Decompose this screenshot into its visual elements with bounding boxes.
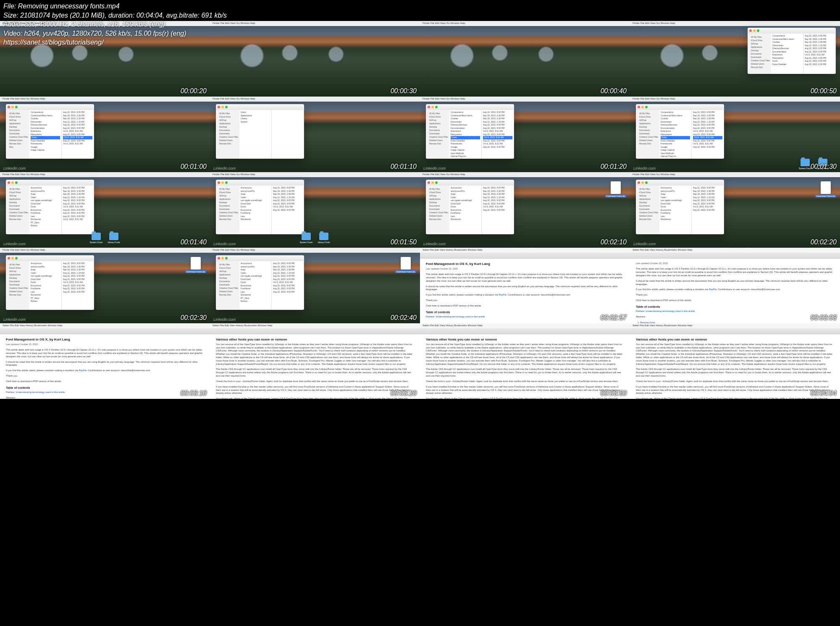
selected-item[interactable]: Fonts (661, 136, 690, 139)
minimize-icon[interactable] (431, 181, 434, 184)
finder-column[interactable]: Aug 22, 2015, 9:00 PMSep 18, 2015, 2:36 … (692, 110, 724, 159)
finder-window[interactable]: All My FilesiCloud DriveAirDropApplicati… (6, 180, 94, 234)
file-icon[interactable]: Download Fonts.zip (401, 257, 411, 270)
thumbnail[interactable]: Finder File Edit View Go Window Help All… (630, 172, 840, 248)
minimize-icon[interactable] (753, 29, 756, 32)
close-icon[interactable] (8, 257, 10, 259)
zoom-icon[interactable] (15, 181, 18, 184)
finder-column[interactable]: Aug 22, 2015, 9:00 PMSep 18, 2015, 2:36 … (692, 186, 724, 234)
zoom-icon[interactable] (15, 106, 18, 108)
thumbnail[interactable]: Finder File Edit View Go Window Help All… (0, 248, 210, 323)
zoom-icon[interactable] (435, 181, 438, 184)
thumbnail[interactable]: Finder File Edit View Go Window Help 00:… (210, 21, 420, 97)
finder-sidebar[interactable]: All My FilesiCloud DriveAirDropApplicati… (6, 186, 29, 234)
finder-column[interactable]: AnonymousanonymousProAsapCabincom.apple.… (239, 186, 272, 234)
minimize-icon[interactable] (11, 181, 14, 184)
minimize-icon[interactable] (221, 257, 224, 259)
finder-sidebar[interactable]: All My FilesiCloud DriveAirDropApplicati… (216, 186, 239, 234)
finder-window[interactable]: All My FilesiCloud DriveAirDropApplicati… (426, 104, 514, 159)
folder-icon[interactable]: System Fonts (302, 233, 311, 240)
finder-column[interactable]: UsersApplicationsLibrarySystem (239, 110, 272, 159)
close-icon[interactable] (428, 181, 430, 184)
thumbnail[interactable]: Safari File Edit View History Bookmarks … (420, 248, 630, 323)
finder-column[interactable]: Aug 22, 2015, 9:00 PMSep 18, 2015, 2:36 … (482, 186, 514, 234)
thumbnail[interactable]: Finder File Edit View Go Window Help All… (0, 97, 210, 172)
finder-column[interactable]: Aug 22, 2015, 9:00 PMSep 18, 2015, 2:36 … (62, 186, 94, 234)
finder-column[interactable]: Aug 22, 2015, 9:00 PMSep 18, 2015, 2:36 … (62, 261, 94, 310)
finder-column[interactable]: AnonymousanonymousProAsapCabincom.apple.… (659, 186, 692, 234)
close-icon[interactable] (218, 181, 220, 184)
close-icon[interactable] (218, 257, 220, 259)
finder-column[interactable]: CompositionsContextual Menu ItemsCookies… (659, 110, 692, 159)
close-icon[interactable] (749, 29, 752, 32)
safari-toolbar[interactable] (630, 253, 840, 259)
selected-item[interactable]: Fonts (31, 136, 60, 139)
thumbnail[interactable]: Finder File Edit View Go Window Help All… (210, 97, 420, 172)
finder-column[interactable]: Aug 22, 2015, 9:00 PMSep 18, 2015, 2:36 … (62, 110, 94, 159)
close-icon[interactable] (8, 106, 10, 108)
folder-icon[interactable]: Library Fonts (109, 233, 118, 240)
finder-column[interactable]: Aug 22, 2015, 9:00 PMSep 18, 2015, 2:36 … (272, 261, 304, 310)
close-icon[interactable] (218, 106, 220, 108)
zoom-icon[interactable] (225, 106, 228, 108)
safari-content[interactable]: Last updated October 23, 2015 This artic… (630, 259, 840, 323)
safari-toolbar[interactable] (630, 328, 840, 334)
thumbnail[interactable]: Finder File Edit View Go Window Help All… (630, 97, 840, 172)
finder-window[interactable]: All My FilesiCloud DriveAirDropApplicati… (426, 180, 514, 234)
close-icon[interactable] (638, 181, 640, 184)
finder-column[interactable]: Aug 22, 2015, 9:00 PMSep 18, 2015, 2:36 … (272, 186, 304, 234)
zoom-icon[interactable] (15, 257, 18, 259)
minimize-icon[interactable] (641, 181, 644, 184)
close-icon[interactable] (8, 181, 10, 184)
toc-link[interactable]: Preface: Understanding terminology used … (6, 391, 204, 394)
thumbnail[interactable]: Finder File Edit View Go Window Help 00:… (420, 21, 630, 97)
minimize-icon[interactable] (11, 257, 14, 259)
safari-content[interactable]: Various other fonts you can move or remo… (630, 334, 840, 399)
safari-content[interactable]: Various other fonts you can move or remo… (420, 334, 630, 399)
minimize-icon[interactable] (641, 106, 644, 108)
finder-window[interactable]: All My FilesiCloud DriveAirDropApplicati… (216, 180, 304, 234)
finder-column[interactable]: AnonymousanonymousProAsapCabincom.apple.… (29, 186, 62, 234)
safari-toolbar[interactable] (210, 328, 420, 334)
file-icon[interactable]: Download Fonts.zip (191, 257, 201, 270)
zoom-icon[interactable] (645, 106, 648, 108)
close-icon[interactable] (428, 106, 430, 108)
finder-column[interactable]: AnonymousanonymousProAsapCabincom.apple.… (29, 261, 62, 310)
close-icon[interactable] (638, 106, 640, 108)
folder-icon[interactable]: System Fonts (801, 159, 810, 166)
finder-window[interactable]: All My FilesiCloud DriveAirDropApplicati… (6, 104, 94, 159)
folder-icon[interactable]: System Fonts (92, 233, 101, 240)
thumbnail[interactable]: Finder File Edit View Go Window Help All… (630, 21, 840, 97)
zoom-icon[interactable] (645, 181, 648, 184)
minimize-icon[interactable] (11, 106, 14, 108)
finder-sidebar[interactable]: All My FilesiCloud DriveAirDropApplicati… (216, 261, 239, 310)
finder-window[interactable]: All My FilesiCloud DriveAirDropApplicati… (636, 180, 724, 234)
safari-toolbar[interactable] (420, 328, 630, 334)
minimize-icon[interactable] (221, 106, 224, 108)
selected-item[interactable]: Fonts (451, 136, 480, 139)
finder-sidebar[interactable]: All My FilesiCloud DriveAirDropApplicati… (636, 186, 659, 234)
toc-link[interactable]: Preface: Understanding terminology used … (426, 315, 624, 319)
finder-sidebar[interactable]: All My FilesiCloud DriveAirDropApplicati… (6, 261, 29, 310)
finder-column[interactable]: Aug 22, 2015, 9:00 PMSep 18, 2015, 2:36 … (803, 34, 836, 74)
file-icon[interactable]: Download Fonts.zip (821, 181, 831, 194)
finder-column[interactable]: AnonymousanonymousProAsapCabincom.apple.… (449, 186, 482, 234)
thumbnail[interactable]: Finder File Edit View Go Window Help All… (210, 172, 420, 248)
thumbnail[interactable]: Finder File Edit View Go Window Help All… (210, 248, 420, 323)
thumbnail[interactable]: Safari File Edit View History Bookmarks … (0, 323, 210, 399)
thumbnail[interactable]: Finder File Edit View Go Window Help All… (0, 172, 210, 248)
finder-column[interactable]: CompositionsContextual Menu ItemsCookies… (449, 110, 482, 159)
finder-column[interactable]: CompositionsContextual Menu ItemsCookies… (29, 110, 62, 159)
finder-sidebar[interactable]: All My FilesiCloud DriveAirDropApplicati… (426, 110, 449, 159)
zoom-icon[interactable] (225, 181, 228, 184)
thumbnail[interactable]: Safari File Edit View History Bookmarks … (420, 323, 630, 399)
finder-column[interactable]: CompositionsContextual Menu ItemsCookies… (771, 34, 803, 74)
safari-content[interactable]: Font Management in OS X, by Kurt Lang La… (0, 334, 210, 399)
finder-window[interactable]: All My FilesiCloud DriveAirDropApplicati… (216, 255, 304, 310)
finder-window[interactable]: All My FilesiCloud DriveAirDropApplicati… (216, 104, 304, 159)
minimize-icon[interactable] (431, 106, 434, 108)
finder-sidebar[interactable]: All My FilesiCloud DriveAirDropApplicati… (6, 110, 29, 159)
safari-content[interactable]: Various other fonts you can move or remo… (210, 334, 420, 399)
zoom-icon[interactable] (225, 257, 228, 259)
file-icon[interactable]: Download Fonts.zip (611, 181, 621, 194)
